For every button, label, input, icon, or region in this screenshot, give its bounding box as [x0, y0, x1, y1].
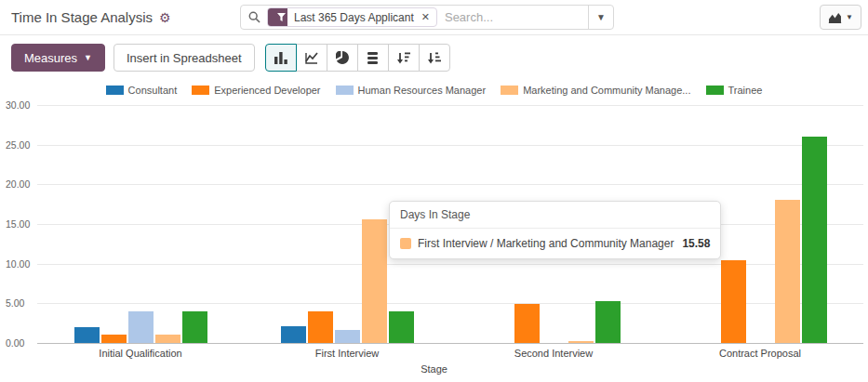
area-chart-icon: [828, 12, 842, 23]
measures-button[interactable]: Measures ▼: [11, 44, 105, 72]
search-icon: [248, 11, 260, 23]
legend-swatch: [336, 86, 354, 95]
search-dropdown-toggle[interactable]: ▼: [588, 6, 613, 29]
y-tick-label: 10.00: [6, 258, 30, 270]
legend-item[interactable]: Marketing and Community Manage...: [501, 85, 690, 96]
legend-item[interactable]: Experienced Developer: [192, 85, 320, 96]
y-axis: 30.0025.0020.0015.0010.005.000.00: [4, 105, 37, 343]
x-tick-label: First Interview: [244, 348, 450, 359]
legend-item[interactable]: Consultant: [106, 85, 178, 96]
bar[interactable]: [595, 301, 621, 343]
measures-label: Measures: [24, 51, 77, 65]
bar[interactable]: [775, 200, 800, 343]
tooltip-swatch: [400, 238, 411, 249]
bar[interactable]: [721, 260, 746, 343]
y-tick-label: 0.00: [6, 337, 24, 349]
x-tick-label: Contract Proposal: [657, 348, 863, 359]
bar[interactable]: [281, 326, 306, 343]
sort-descending-button[interactable]: [388, 44, 420, 72]
legend-label: Marketing and Community Manage...: [523, 85, 690, 96]
bar[interactable]: [568, 341, 594, 343]
legend-label: Experienced Developer: [214, 85, 320, 96]
bar[interactable]: [74, 327, 100, 343]
search-facet: Last 365 Days Applicant ✕: [267, 7, 437, 27]
tooltip-label: First Interview / Marketing and Communit…: [418, 237, 674, 250]
insert-label: Insert in Spreadsheet: [127, 51, 242, 65]
bar-group: [37, 105, 244, 343]
chart-type-button-group: [265, 44, 450, 72]
y-tick-label: 5.00: [6, 297, 24, 309]
search-input[interactable]: [445, 10, 588, 24]
sort-ascending-button[interactable]: [419, 44, 450, 72]
pie-chart-icon: [336, 51, 349, 64]
x-tick-label: Second Interview: [450, 348, 657, 359]
bar-chart-button[interactable]: [265, 44, 297, 72]
legend-item[interactable]: Human Resources Manager: [336, 85, 487, 96]
line-chart-icon: [305, 52, 318, 64]
line-chart-button[interactable]: [296, 44, 327, 72]
bar[interactable]: [155, 335, 180, 343]
facet-close-icon[interactable]: ✕: [421, 11, 436, 23]
bar[interactable]: [101, 335, 127, 343]
y-tick-label: 20.00: [6, 178, 30, 190]
facet-label: Last 365 Days Applicant: [287, 11, 421, 24]
stacked-button[interactable]: [357, 44, 389, 72]
tooltip-value: 15.58: [682, 237, 710, 250]
toolbar: Measures ▼ Insert in Spreadsheet: [0, 35, 868, 80]
legend-label: Trainee: [728, 85, 763, 96]
tooltip-row: First Interview / Marketing and Communit…: [390, 229, 720, 258]
chart-tooltip: Days In Stage First Interview / Marketin…: [389, 201, 721, 259]
y-tick-label: 25.00: [6, 139, 30, 151]
gear-icon[interactable]: ⚙: [159, 10, 171, 25]
y-tick-label: 30.00: [6, 99, 30, 111]
legend-swatch: [501, 86, 518, 95]
pie-chart-button[interactable]: [327, 44, 358, 72]
bar[interactable]: [335, 330, 360, 344]
chevron-down-icon: ▼: [596, 12, 606, 22]
x-axis-labels: Initial QualificationFirst InterviewSeco…: [37, 343, 863, 359]
page-title: Time In Stage Analysis: [11, 9, 153, 25]
chart-legend: ConsultantExperienced DeveloperHuman Res…: [0, 84, 868, 97]
bar[interactable]: [802, 137, 827, 343]
x-tick-label: Initial Qualification: [37, 348, 244, 359]
bar[interactable]: [362, 219, 387, 343]
legend-swatch: [706, 86, 724, 95]
bar[interactable]: [389, 311, 414, 343]
bar[interactable]: [514, 304, 540, 343]
bar[interactable]: [182, 311, 207, 343]
header-bar: Time In Stage Analysis ⚙ Last 365 Days A…: [0, 0, 868, 35]
stacked-icon: [367, 52, 379, 64]
tooltip-title: Days In Stage: [390, 202, 720, 229]
legend-swatch: [106, 86, 124, 95]
chevron-down-icon: ▼: [846, 13, 853, 21]
legend-swatch: [192, 86, 209, 95]
x-axis-title: Stage: [0, 363, 868, 375]
grid-line: [37, 343, 863, 344]
sort-descending-icon: [397, 52, 410, 64]
bar-chart-icon: [274, 52, 287, 64]
bar[interactable]: [308, 311, 333, 343]
search-box[interactable]: Last 365 Days Applicant ✕ ▼: [240, 5, 614, 30]
legend-item[interactable]: Trainee: [706, 85, 763, 96]
y-tick-label: 15.00: [6, 218, 30, 230]
bar[interactable]: [128, 311, 154, 343]
insert-in-spreadsheet-button[interactable]: Insert in Spreadsheet: [114, 44, 255, 72]
legend-label: Human Resources Manager: [358, 85, 487, 96]
view-switcher-button[interactable]: ▼: [820, 5, 861, 30]
chevron-down-icon: ▼: [84, 53, 92, 62]
legend-label: Consultant: [128, 85, 178, 96]
sort-ascending-icon: [428, 52, 441, 64]
filter-icon: [268, 7, 287, 27]
